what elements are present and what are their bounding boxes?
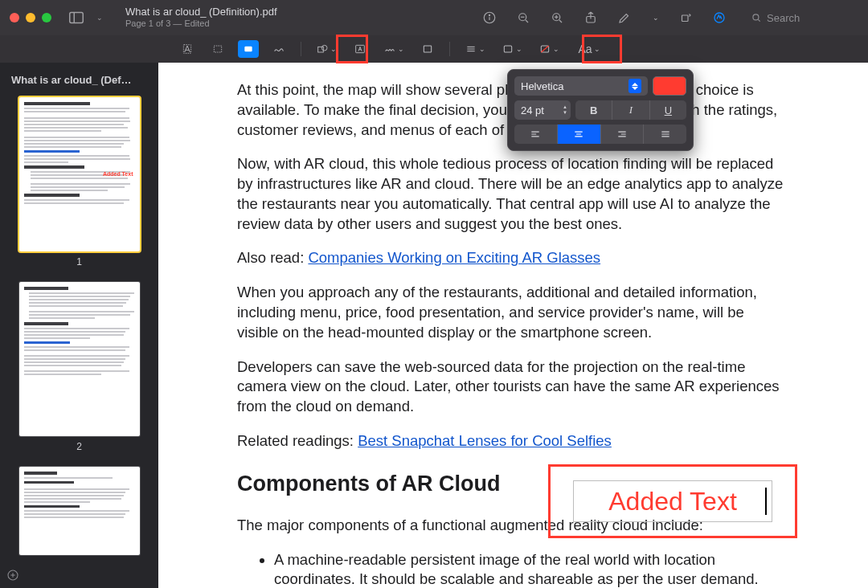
list-item: A machine-readable persistent image of t…	[274, 550, 789, 588]
stepper-arrows-icon	[628, 79, 641, 93]
sketch-tool[interactable]	[268, 40, 289, 58]
bold-button[interactable]: B	[575, 100, 612, 120]
underline-button[interactable]: U	[650, 100, 686, 120]
text-style-panel: Helvetica 24 pt ▲▼ B I U	[507, 69, 694, 151]
text-select-tool[interactable]	[177, 40, 198, 58]
close-window[interactable]	[10, 13, 19, 22]
svg-line-9	[559, 20, 562, 22]
added-text-box[interactable]: Added Text	[573, 480, 772, 522]
thumb-2-card[interactable]: 2	[6, 282, 152, 452]
share-icon[interactable]	[583, 10, 598, 25]
svg-rect-13	[682, 15, 689, 22]
sidebar-menu-caret[interactable]: ⌄	[96, 14, 103, 22]
doc-link[interactable]: Best Snapchat Lenses for Cool Selfies	[358, 432, 612, 449]
svg-rect-20	[244, 47, 252, 52]
svg-line-31	[541, 46, 548, 52]
doc-paragraph: Related readings: Best Snapchat Lenses f…	[237, 431, 789, 451]
document-title: What is ar cloud_ (Definition).pdf	[125, 6, 277, 18]
redact-tool[interactable]	[238, 40, 259, 58]
titlebar: ⌄ What is ar cloud_ (Definition).pdf Pag…	[0, 0, 868, 35]
font-style-segment: B I U	[575, 100, 686, 120]
font-family-select[interactable]: Helvetica	[514, 76, 648, 96]
thumbnail-sidebar: What is ar cloud_ (Def… Added Text 1	[0, 63, 158, 588]
align-right-button[interactable]	[601, 125, 645, 144]
text-tool[interactable]	[350, 40, 371, 58]
highlight-icon[interactable]	[617, 10, 632, 25]
svg-point-22	[321, 45, 327, 51]
svg-point-4	[489, 14, 489, 15]
markup-icon[interactable]	[712, 10, 727, 25]
window-controls	[10, 13, 51, 22]
align-left-button[interactable]	[514, 125, 558, 144]
svg-line-6	[526, 20, 528, 22]
text-style-tool[interactable]: Aa⌄	[572, 40, 606, 58]
font-size-stepper[interactable]: 24 pt ▲▼	[514, 100, 571, 120]
minimize-window[interactable]	[26, 13, 35, 22]
thumb-2-num: 2	[76, 441, 82, 452]
note-tool[interactable]	[417, 40, 438, 58]
thumb-3[interactable]	[19, 467, 140, 555]
zoom-in-icon[interactable]	[550, 10, 564, 25]
svg-line-16	[758, 19, 760, 21]
info-icon[interactable]	[482, 10, 497, 25]
added-text-content: Added Text	[608, 484, 737, 519]
added-text-highlight: Added Text	[548, 464, 797, 538]
rotate-icon[interactable]	[678, 10, 693, 25]
doc-paragraph: Now, with AR cloud, this whole tedious p…	[237, 154, 789, 234]
maximize-window[interactable]	[42, 13, 51, 22]
text-color-swatch[interactable]	[653, 76, 686, 96]
thumb-2[interactable]	[19, 282, 140, 436]
add-page-button[interactable]	[6, 569, 19, 585]
svg-rect-0	[70, 13, 84, 23]
shapes-tool[interactable]: ⌄	[313, 40, 340, 58]
align-center-button[interactable]	[558, 125, 601, 144]
search-placeholder: Search	[767, 12, 800, 24]
svg-rect-25	[424, 46, 431, 52]
search-box[interactable]: Search	[746, 10, 858, 26]
text-cursor	[765, 488, 767, 515]
italic-button[interactable]: I	[612, 100, 649, 120]
markup-toolbar: ⌄ ⌄ ⌄ ⌄ ⌄ Aa⌄	[0, 35, 868, 63]
fill-color-tool[interactable]: ⌄	[535, 40, 563, 58]
doc-paragraph: Also read: Companies Working on Exciting…	[237, 248, 789, 268]
highlight-menu-caret[interactable]: ⌄	[653, 14, 659, 22]
sidebar-title: What is ar cloud_ (Def…	[6, 71, 152, 92]
border-style-tool[interactable]: ⌄	[461, 40, 489, 58]
doc-link[interactable]: Companies Working on Exciting AR Glasses	[308, 249, 600, 266]
rect-select-tool[interactable]	[207, 40, 228, 58]
svg-rect-19	[214, 46, 221, 52]
border-color-tool[interactable]: ⌄	[498, 40, 526, 58]
thumb-3-card[interactable]	[6, 467, 152, 555]
svg-rect-29	[504, 46, 511, 52]
stepper-arrows-icon: ▲▼	[563, 104, 567, 116]
thumb-1-card[interactable]: Added Text 1	[6, 97, 152, 267]
doc-paragraph: Developers can save the web-sourced data…	[237, 357, 789, 417]
thumb-1[interactable]: Added Text	[19, 97, 140, 251]
thumb-1-num: 1	[76, 256, 82, 267]
text-align-segment	[514, 125, 686, 144]
document-title-block: What is ar cloud_ (Definition).pdf Page …	[125, 6, 277, 30]
doc-list: A machine-readable persistent image of t…	[274, 550, 789, 588]
align-justify-button[interactable]	[644, 125, 686, 144]
page-status: Page 1 of 3 — Edited	[125, 18, 277, 30]
doc-paragraph: When you approach any of the restaurants…	[237, 283, 789, 342]
zoom-out-icon[interactable]	[516, 10, 530, 25]
sign-tool[interactable]: ⌄	[380, 40, 407, 58]
thumb-added-text: Added Text	[103, 171, 133, 177]
sidebar-toggle[interactable]	[68, 9, 85, 27]
svg-point-15	[753, 14, 759, 20]
